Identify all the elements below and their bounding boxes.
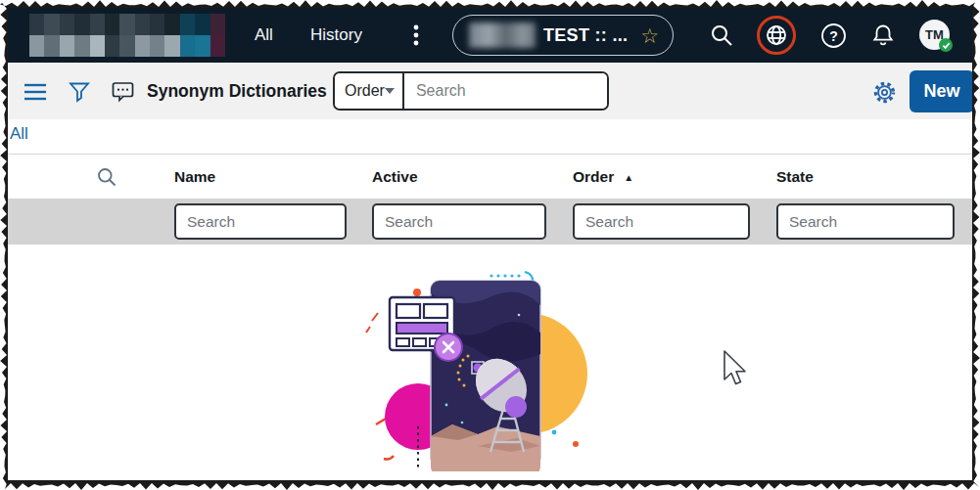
environment-selector-pill[interactable]: TEST :: ... ☆	[452, 15, 674, 56]
search-scope-value: Order	[345, 82, 385, 100]
filter-input-order[interactable]	[573, 203, 750, 240]
environment-label: TEST :: ...	[543, 25, 628, 46]
notifications-bell-icon[interactable]	[869, 22, 897, 49]
environment-redacted-prefix	[469, 22, 536, 48]
feedback-bubble-icon[interactable]	[110, 79, 135, 105]
app-logo-redacted[interactable]	[29, 14, 225, 57]
empty-state-illustration	[362, 258, 589, 471]
logo-pixel-block	[164, 35, 179, 57]
table-filter-row	[8, 199, 972, 245]
overflow-menu-icon[interactable]	[407, 23, 425, 47]
column-header-name[interactable]: Name	[174, 155, 215, 199]
toolbar-search-input[interactable]	[404, 73, 609, 109]
logo-pixel-block	[164, 14, 179, 35]
logo-pixel-block	[44, 35, 59, 57]
filter-input-name[interactable]	[174, 203, 347, 240]
logo-pixel-block	[135, 35, 150, 57]
menu-hamburger-icon[interactable]	[23, 79, 48, 105]
list-toolbar: Synonym Dictionaries Order New	[8, 63, 972, 119]
logo-pixel-block	[150, 14, 164, 35]
filter-funnel-icon[interactable]	[67, 79, 92, 105]
logo-pixel-block	[105, 14, 119, 35]
logo-pixel-block	[195, 14, 210, 35]
search-scope-select[interactable]: Order	[335, 73, 404, 109]
logo-pixel-block	[180, 35, 195, 57]
logo-pixel-block	[44, 14, 59, 35]
logo-pixel-block	[135, 14, 150, 35]
help-icon[interactable]: ?	[819, 22, 847, 49]
column-header-order[interactable]: Order▲	[573, 155, 633, 199]
logo-pixel-block	[90, 35, 105, 57]
logo-pixel-block	[210, 35, 225, 57]
table-search-icon[interactable]	[94, 164, 119, 190]
table-header-row: Name Active Order▲ State	[8, 155, 972, 199]
chevron-down-icon	[385, 88, 395, 94]
logo-pixel-block	[74, 14, 89, 35]
filter-input-active[interactable]	[372, 203, 546, 240]
sort-ascending-icon: ▲	[624, 172, 633, 183]
nav-item-all[interactable]: All	[255, 8, 273, 63]
column-header-state[interactable]: State	[776, 155, 814, 199]
filter-input-state[interactable]	[776, 203, 955, 240]
page-title: Synonym Dictionaries	[147, 63, 327, 119]
logo-pixel-block	[180, 14, 195, 35]
logo-pixel-block	[74, 35, 89, 57]
dismiss-x-icon	[435, 334, 462, 361]
toolbar-search-group: Order	[333, 71, 609, 111]
logo-pixel-block	[119, 35, 134, 57]
top-navigation-bar: All History TEST :: ... ☆	[8, 8, 972, 63]
globe-highlight-ring	[757, 16, 796, 55]
logo-pixel-block	[150, 35, 164, 57]
logo-pixel-block	[29, 14, 44, 35]
logo-pixel-block	[60, 35, 74, 57]
logo-pixel-block	[105, 35, 119, 57]
logo-pixel-block	[90, 14, 105, 35]
favorite-star-icon[interactable]: ☆	[640, 25, 659, 46]
view-tabs-row: All	[8, 119, 972, 155]
logo-pixel-block	[210, 14, 225, 35]
logo-pixel-block	[119, 14, 134, 35]
screenshot-frame: All History TEST :: ... ☆	[0, 0, 980, 490]
nav-item-history[interactable]: History	[310, 8, 362, 63]
globe-language-icon[interactable]	[754, 13, 799, 58]
column-header-order-label: Order	[573, 168, 614, 185]
logo-pixel-block	[195, 35, 210, 57]
column-header-active[interactable]: Active	[372, 155, 418, 199]
settings-gear-icon[interactable]	[871, 79, 897, 105]
avatar[interactable]: TM	[919, 20, 950, 50]
mouse-cursor	[723, 350, 750, 389]
new-button[interactable]: New	[910, 70, 974, 112]
logo-pixel-block	[60, 14, 74, 35]
svg-text:?: ?	[829, 27, 838, 43]
status-verified-icon	[939, 38, 953, 52]
logo-pixel-block	[29, 35, 44, 57]
tab-all[interactable]: All	[10, 124, 28, 144]
search-icon[interactable]	[708, 22, 735, 49]
